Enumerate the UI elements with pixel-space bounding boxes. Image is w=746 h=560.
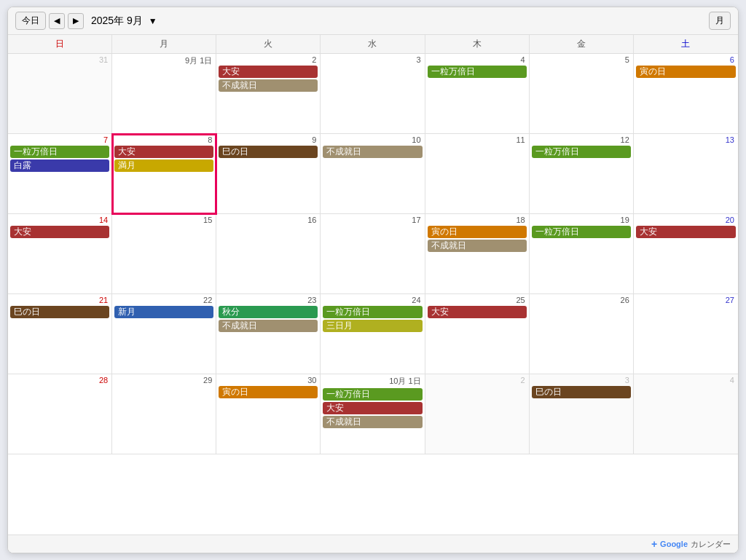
header-right: 月 bbox=[709, 12, 731, 30]
day-cell[interactable]: 15 bbox=[112, 214, 216, 294]
weekday-tue: 火 bbox=[216, 35, 321, 53]
day-cell[interactable]: 8大安満月 bbox=[112, 134, 216, 214]
day-cell[interactable]: 27 bbox=[634, 294, 738, 374]
day-cell[interactable]: 23秋分不成就日 bbox=[216, 294, 321, 374]
calendar-event[interactable]: 一粒万倍日 bbox=[532, 226, 631, 238]
day-cell[interactable]: 28 bbox=[8, 374, 112, 454]
calendar-event[interactable]: 白露 bbox=[10, 159, 109, 172]
day-number: 13 bbox=[636, 135, 736, 144]
header-left: 今日 ◀ ▶ 2025年 9月 ▼ bbox=[15, 12, 157, 30]
day-number: 25 bbox=[428, 296, 527, 304]
day-number: 10 bbox=[323, 135, 422, 144]
weekdays-header: 日 月 火 水 木 金 土 bbox=[8, 35, 738, 54]
day-cell[interactable]: 25大安 bbox=[425, 294, 530, 374]
day-cell[interactable]: 13 bbox=[634, 134, 738, 214]
calendar-event[interactable]: 大安 bbox=[10, 226, 109, 238]
calendar-event[interactable]: 巳の日 bbox=[219, 146, 318, 158]
plus-icon: + bbox=[651, 538, 657, 550]
calendar-event[interactable]: 巳の日 bbox=[532, 386, 631, 398]
calendar-grid: 319月 1日2大安不成就日34一粒万倍日56寅の日7一粒万倍日白露8大安満月9… bbox=[8, 54, 738, 535]
day-cell[interactable]: 5 bbox=[530, 54, 634, 134]
day-cell[interactable]: 26 bbox=[530, 294, 634, 374]
calendar-event[interactable]: 不成就日 bbox=[323, 146, 422, 158]
calendar-event[interactable]: 大安 bbox=[323, 402, 422, 414]
calendar-event[interactable]: 不成就日 bbox=[219, 320, 318, 332]
day-number: 23 bbox=[219, 296, 318, 304]
day-number: 15 bbox=[114, 216, 213, 224]
prev-button[interactable]: ◀ bbox=[49, 13, 65, 29]
today-button[interactable]: 今日 bbox=[15, 12, 46, 30]
calendar-header: 今日 ◀ ▶ 2025年 9月 ▼ 月 bbox=[8, 7, 738, 35]
day-cell[interactable]: 4 bbox=[634, 374, 738, 454]
calendar-event[interactable]: 不成就日 bbox=[323, 416, 422, 428]
day-cell[interactable]: 12一粒万倍日 bbox=[530, 134, 634, 214]
calendar-label: カレンダー bbox=[691, 539, 731, 550]
day-cell[interactable]: 17 bbox=[321, 214, 425, 294]
day-cell[interactable]: 31 bbox=[8, 54, 112, 134]
calendar-event[interactable]: 大安 bbox=[219, 66, 318, 78]
day-number: 30 bbox=[219, 376, 318, 384]
day-number: 20 bbox=[636, 216, 736, 224]
view-selector-button[interactable]: 月 bbox=[709, 12, 731, 30]
day-cell[interactable]: 3巳の日 bbox=[530, 374, 634, 454]
day-cell[interactable]: 11 bbox=[425, 134, 530, 214]
day-cell[interactable]: 18寅の日不成就日 bbox=[425, 214, 530, 294]
next-button[interactable]: ▶ bbox=[68, 13, 84, 29]
calendar-event[interactable]: 大安 bbox=[636, 226, 736, 238]
day-cell[interactable]: 21巳の日 bbox=[8, 294, 112, 374]
day-cell[interactable]: 29 bbox=[112, 374, 216, 454]
day-cell[interactable]: 20大安 bbox=[634, 214, 738, 294]
day-cell[interactable]: 19一粒万倍日 bbox=[530, 214, 634, 294]
calendar-event[interactable]: 一粒万倍日 bbox=[428, 66, 527, 78]
day-cell[interactable]: 14大安 bbox=[8, 214, 112, 294]
day-number: 17 bbox=[323, 216, 422, 224]
day-number: 3 bbox=[532, 376, 631, 384]
calendar-event[interactable]: 不成就日 bbox=[219, 79, 318, 92]
day-number: 10月 1日 bbox=[323, 376, 422, 387]
day-number: 12 bbox=[532, 135, 631, 144]
day-number: 3 bbox=[323, 55, 422, 64]
calendar-event[interactable]: 大安 bbox=[114, 146, 213, 158]
day-number: 24 bbox=[323, 296, 422, 304]
day-number: 9 bbox=[219, 135, 318, 144]
day-cell[interactable]: 9巳の日 bbox=[216, 134, 321, 214]
day-cell[interactable]: 10不成就日 bbox=[321, 134, 425, 214]
month-dropdown-button[interactable]: ▼ bbox=[149, 16, 157, 26]
day-cell[interactable]: 9月 1日 bbox=[112, 54, 216, 134]
calendar-event[interactable]: 秋分 bbox=[219, 306, 318, 318]
day-cell[interactable]: 22新月 bbox=[112, 294, 216, 374]
calendar-event[interactable]: 巳の日 bbox=[10, 306, 109, 318]
day-cell[interactable]: 6寅の日 bbox=[634, 54, 738, 134]
day-cell[interactable]: 10月 1日一粒万倍日大安不成就日 bbox=[321, 374, 425, 454]
calendar-event[interactable]: 三日月 bbox=[323, 320, 422, 332]
calendar-event[interactable]: 満月 bbox=[114, 159, 213, 172]
calendar-event[interactable]: 一粒万倍日 bbox=[532, 146, 631, 158]
month-title: 2025年 9月 bbox=[91, 15, 143, 28]
weekday-thu: 木 bbox=[425, 35, 530, 53]
day-cell[interactable]: 3 bbox=[321, 54, 425, 134]
day-number: 6 bbox=[636, 55, 736, 64]
calendar-event[interactable]: 大安 bbox=[428, 306, 527, 318]
day-cell[interactable]: 7一粒万倍日白露 bbox=[8, 134, 112, 214]
day-number: 21 bbox=[10, 296, 109, 304]
calendar-event[interactable]: 寅の日 bbox=[219, 386, 318, 398]
day-number: 7 bbox=[10, 135, 109, 144]
day-cell[interactable]: 16 bbox=[216, 214, 321, 294]
day-number: 8 bbox=[114, 135, 213, 144]
calendar-event[interactable]: 新月 bbox=[114, 306, 213, 318]
day-cell[interactable]: 4一粒万倍日 bbox=[425, 54, 530, 134]
calendar-event[interactable]: 一粒万倍日 bbox=[10, 146, 109, 158]
day-number: 4 bbox=[428, 55, 527, 64]
day-cell[interactable]: 2大安不成就日 bbox=[216, 54, 321, 134]
day-cell[interactable]: 30寅の日 bbox=[216, 374, 321, 454]
google-label: Google bbox=[660, 540, 688, 548]
day-cell[interactable]: 24一粒万倍日三日月 bbox=[321, 294, 425, 374]
calendar-event[interactable]: 一粒万倍日 bbox=[323, 306, 422, 318]
calendar-event[interactable]: 寅の日 bbox=[428, 226, 527, 238]
calendar-event[interactable]: 不成就日 bbox=[428, 240, 527, 252]
day-cell[interactable]: 2 bbox=[425, 374, 530, 454]
day-number: 2 bbox=[428, 376, 527, 384]
calendar-event[interactable]: 寅の日 bbox=[636, 66, 736, 78]
day-number: 26 bbox=[532, 296, 631, 304]
calendar-event[interactable]: 一粒万倍日 bbox=[323, 388, 422, 401]
